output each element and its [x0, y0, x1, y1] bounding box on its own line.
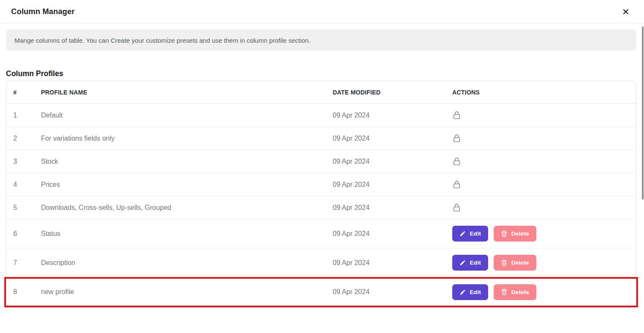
delete-button-label: Delete	[511, 259, 529, 266]
actions-cell	[452, 180, 636, 189]
table-row: 8 new profile 09 Apr 2024 Edit	[6, 277, 636, 306]
actions-cell: Edit Delete	[452, 226, 636, 242]
trash-icon	[501, 259, 507, 266]
actions-cell	[452, 111, 636, 119]
row-index: 6	[13, 230, 41, 238]
pencil-icon	[460, 230, 466, 237]
row-index: 5	[13, 204, 41, 212]
profile-name: Description	[41, 259, 333, 267]
delete-button-label: Delete	[511, 230, 529, 237]
delete-button[interactable]: Delete	[494, 284, 536, 300]
date-modified: 09 Apr 2024	[333, 112, 452, 119]
delete-button[interactable]: Delete	[494, 255, 536, 271]
profile-name: Status	[41, 230, 333, 238]
trash-icon	[501, 230, 507, 237]
date-modified: 09 Apr 2024	[333, 135, 452, 142]
notice-bar: Mange columns of table. You can Create y…	[6, 29, 636, 51]
row-index: 3	[13, 158, 41, 165]
date-modified: 09 Apr 2024	[333, 158, 452, 165]
row-index: 7	[13, 259, 41, 267]
lock-icon	[452, 203, 460, 212]
lock-icon	[452, 157, 460, 165]
edit-button-label: Edit	[470, 289, 481, 295]
header-index: #	[13, 89, 41, 96]
header-profile-name: PROFILE NAME	[41, 89, 333, 96]
date-modified: 09 Apr 2024	[333, 259, 452, 267]
table-row: 1 Default 09 Apr 2024	[6, 104, 636, 127]
trash-icon	[501, 289, 507, 295]
column-manager-modal: Column Manager ✕ Mange columns of table.…	[0, 0, 644, 333]
column-profiles-table: # PROFILE NAME DATE MODIFIED ACTIONS 1 D…	[6, 81, 636, 307]
actions-cell: Edit Delete	[452, 255, 636, 271]
table-row: 5 Downloads, Cross-sells, Up-sells, Grou…	[6, 196, 636, 219]
edit-button-label: Edit	[470, 230, 481, 237]
profile-name: For variations fields only	[41, 135, 333, 142]
table-header-row: # PROFILE NAME DATE MODIFIED ACTIONS	[6, 81, 636, 104]
profile-name: Prices	[41, 181, 333, 189]
date-modified: 09 Apr 2024	[333, 204, 452, 212]
date-modified: 09 Apr 2024	[333, 230, 452, 238]
close-icon[interactable]: ✕	[618, 6, 633, 18]
table-row: 2 For variations fields only 09 Apr 2024	[6, 127, 636, 150]
actions-cell	[452, 203, 636, 212]
row-index: 4	[13, 181, 41, 189]
notice-text: Mange columns of table. You can Create y…	[15, 37, 310, 44]
delete-button-label: Delete	[511, 289, 529, 295]
delete-button[interactable]: Delete	[494, 226, 536, 242]
actions-cell	[452, 134, 636, 142]
date-modified: 09 Apr 2024	[333, 181, 452, 189]
row-index: 1	[13, 112, 41, 119]
header-actions: ACTIONS	[452, 89, 636, 96]
section-title: Column Profiles	[6, 69, 636, 78]
modal-header: Column Manager ✕	[0, 0, 644, 24]
pencil-icon	[460, 259, 466, 266]
table-row: 4 Prices 09 Apr 2024	[6, 173, 636, 196]
row-index: 2	[13, 135, 41, 142]
lock-icon	[452, 111, 460, 119]
table-body: 1 Default 09 Apr 2024 2 For variations f…	[6, 104, 636, 306]
row-index: 8	[13, 288, 41, 296]
profile-name: new profile	[41, 288, 333, 296]
modal-title: Column Manager	[11, 7, 75, 16]
pencil-icon	[460, 289, 466, 295]
lock-icon	[452, 134, 460, 142]
profile-name: Stock	[41, 158, 333, 165]
table-row: 6 Status 09 Apr 2024 Edit	[6, 219, 636, 248]
date-modified: 09 Apr 2024	[333, 288, 452, 296]
table-row: 3 Stock 09 Apr 2024	[6, 150, 636, 173]
modal-body: Mange columns of table. You can Create y…	[0, 24, 644, 307]
edit-button[interactable]: Edit	[452, 255, 488, 271]
actions-cell	[452, 157, 636, 165]
profile-name: Downloads, Cross-sells, Up-sells, Groupe…	[41, 204, 333, 212]
actions-cell: Edit Delete	[452, 284, 636, 300]
edit-button[interactable]: Edit	[452, 226, 488, 242]
edit-button[interactable]: Edit	[452, 284, 488, 300]
table-row: 7 Description 09 Apr 2024 Edit	[6, 248, 636, 277]
profile-name: Default	[41, 112, 333, 119]
vertical-scrollbar-thumb[interactable]	[642, 27, 644, 200]
edit-button-label: Edit	[470, 259, 481, 266]
lock-icon	[452, 180, 460, 189]
header-date-modified: DATE MODIFIED	[333, 89, 452, 96]
